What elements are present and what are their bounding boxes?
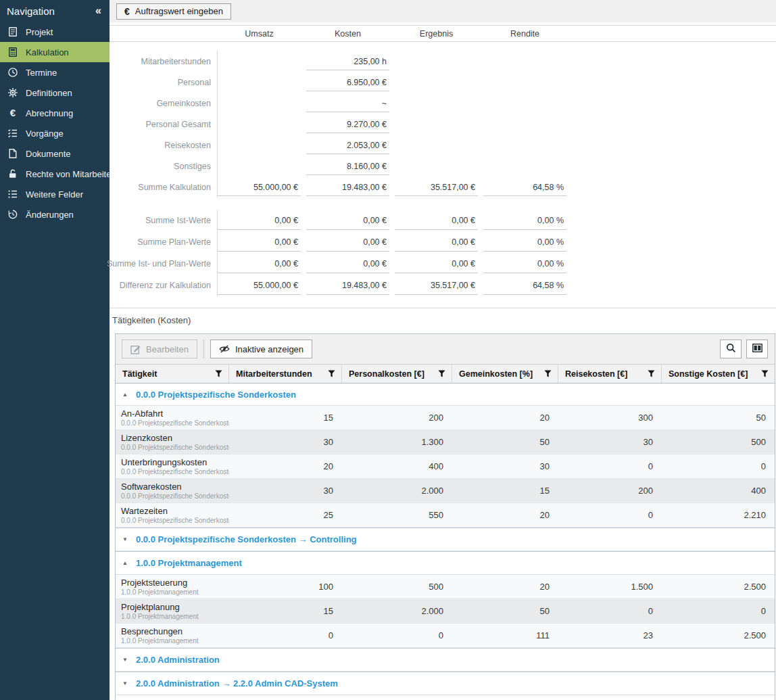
summary-cell-ergebnis: 0,00 € (395, 253, 478, 275)
activity-name-cell: An-Abfahrt0.0.0 Projektspezifische Sonde… (116, 406, 229, 429)
sidebar-item-label: Definitionen (26, 88, 72, 98)
task-list-icon (7, 128, 18, 139)
summary-row-label: Differenz zur Kalkulation (110, 275, 218, 296)
summary-column-header-kosten: Kosten (306, 29, 395, 39)
cell-sonstige-kosten: 400 (662, 479, 775, 503)
cell-gemeinkosten: 20 (452, 575, 558, 599)
column-header-label: Sonstige Kosten [€] (669, 369, 748, 379)
cell-personalkosten: 2.000 (342, 599, 452, 623)
cell-personalkosten: 500 (342, 575, 452, 599)
sidebar-item-termine[interactable]: Termine (0, 62, 110, 83)
summary-row-label: Summe Plan-Werte (110, 231, 218, 253)
summary-cell-rendite (483, 156, 566, 177)
summary-cell-rendite: 0,00 % (483, 231, 566, 253)
cell-mitarbeiterstunden: 100 (229, 575, 342, 599)
activities-table-header: TätigkeitMitarbeiterstundenPersonalkoste… (116, 365, 775, 383)
table-row[interactable]: Projektsteuerung1.0.0 Projektmanagement1… (116, 575, 775, 599)
table-row[interactable]: Softwarekosten0.0.0 Projektspezifische S… (116, 479, 775, 503)
sidebar-item-projekt[interactable]: Projekt (0, 22, 110, 42)
sidebar-item-anderungen[interactable]: Änderungen (0, 204, 110, 225)
cell-personalkosten: 2.000 (342, 479, 452, 503)
summary-cell-rendite (483, 135, 566, 156)
summary-row-filler (572, 72, 776, 93)
cell-gemeinkosten: 20 (452, 406, 558, 429)
summary-row: Summe Ist- und Plan-Werte0,00 €0,00 €0,0… (110, 253, 776, 275)
column-chooser-button[interactable] (746, 340, 768, 358)
clock-icon (7, 67, 18, 78)
summary-row-label: Summe Ist-Werte (110, 210, 218, 231)
cell-mitarbeiterstunden: 20 (229, 454, 342, 478)
group-label: 2.0.0 Administration → 2.2.0 Admin CAD-S… (136, 678, 338, 689)
activity-path: 1.0.0 Projektmanagement (121, 613, 225, 621)
activity-path: 0.0.0 Projektspezifische Sonderkosten (121, 419, 225, 427)
activities-toolbar: Bearbeiten Inaktive anzeigen (116, 334, 775, 365)
filter-icon[interactable] (761, 370, 769, 377)
cell-personalkosten: 550 (342, 503, 452, 527)
sidebar-item-weitere-felder[interactable]: Weitere Felder (0, 184, 110, 204)
summary-cell-umsatz (218, 135, 301, 156)
summary-cell-kosten: ~ (306, 93, 389, 114)
table-row[interactable]: Projektplanung1.0.0 Projektmanagement152… (116, 599, 775, 624)
filter-icon[interactable] (328, 370, 335, 377)
sidebar-item-abrechnung[interactable]: €Abrechnung (0, 103, 110, 123)
summary-row: Differenz zur Kalkulation55.000,00 €19.4… (110, 275, 776, 296)
summary-cell-ergebnis (395, 72, 478, 93)
table-row[interactable]: Lizenzkosten0.0.0 Projektspezifische Son… (116, 430, 775, 454)
summary-cell-rendite (483, 51, 566, 72)
cell-personalkosten: 0 (342, 624, 452, 647)
sidebar-item-definitionen[interactable]: Definitionen (0, 83, 110, 103)
table-row[interactable]: Unterbringungskosten0.0.0 Projektspezifi… (116, 454, 775, 479)
expand-group-icon: ▼ (122, 536, 128, 542)
search-icon (726, 343, 736, 355)
summary-row: Sonstiges8.160,00 € (110, 156, 776, 177)
sidebar-title: Navigation (7, 5, 55, 17)
summary-cell-umsatz (218, 51, 301, 72)
summary-column-header-rendite: Rendite (483, 29, 572, 39)
activity-title: Lizenzkosten (121, 433, 225, 444)
summary-cell-kosten: 8.160,00 € (306, 156, 389, 177)
sidebar-item-kalkulation[interactable]: Kalkulation (0, 42, 110, 62)
summary-cell-rendite (483, 93, 566, 114)
toolbar-separator (203, 340, 204, 358)
edit-icon (130, 344, 141, 354)
sidebar-item-vorgange[interactable]: Vorgänge (0, 123, 110, 143)
filter-icon[interactable] (544, 370, 552, 377)
activities-section-title: Tätigkeiten (Kosten) (110, 308, 776, 333)
search-button[interactable] (720, 340, 742, 358)
summary-cell-kosten: 6.950,00 € (306, 72, 389, 93)
cell-gemeinkosten: 20 (452, 503, 558, 527)
sidebar-item-dokumente[interactable]: Dokumente (0, 143, 110, 164)
activity-title: Projektplanung (121, 602, 225, 613)
group-row[interactable]: ▲1.0.0 Projektmanagement (116, 551, 775, 575)
table-row[interactable]: Wartezeiten0.0.0 Projektspezifische Sond… (116, 503, 775, 528)
show-inactive-button[interactable]: Inaktive anzeigen (210, 340, 312, 358)
collapse-sidebar-icon[interactable]: « (95, 5, 101, 17)
table-row[interactable]: An-Abfahrt0.0.0 Projektspezifische Sonde… (116, 406, 775, 430)
document-icon (7, 26, 18, 37)
cell-reisekosten: 200 (558, 479, 662, 503)
edit-button[interactable]: Bearbeiten (122, 340, 197, 358)
summary-cell-rendite: 64,58 % (483, 177, 566, 197)
summary-row-label: Mitarbeiterstunden (110, 51, 218, 72)
column-header-label: Personalkosten [€] (349, 369, 425, 379)
sidebar-header: Navigation « (0, 0, 110, 22)
sidebar-item-rechte-von-mitarbeiterr[interactable]: Rechte von Mitarbeiterr (0, 164, 110, 184)
column-header-label: Tätigkeit (122, 369, 157, 379)
filter-icon[interactable] (438, 370, 445, 377)
summary-cell-umsatz: 55.000,00 € (218, 275, 301, 296)
group-row[interactable]: ▼2.0.0 Administration (116, 648, 775, 672)
order-value-button[interactable]: € Auftragswert eingeben (116, 3, 231, 20)
table-row[interactable]: Besprechungen1.0.0 Projektmanagement0011… (116, 624, 775, 648)
filter-icon[interactable] (215, 370, 222, 377)
activity-path: 0.0.0 Projektspezifische Sonderkosten (121, 444, 225, 452)
cell-personalkosten: 200 (342, 406, 452, 429)
group-row[interactable]: ▼2.0.0 Administration → 2.2.0 Admin CAD-… (116, 672, 775, 695)
summary-row-label: Personal (110, 72, 218, 93)
expand-group-icon: ▼ (122, 680, 128, 686)
group-row[interactable]: ▼0.0.0 Projektspezifische Sonderkosten →… (116, 528, 775, 551)
filter-icon[interactable] (648, 370, 655, 377)
summary-totals-block: Summe Ist-Werte0,00 €0,00 €0,00 €0,00 %S… (110, 210, 776, 296)
cell-sonstige-kosten: 0 (662, 599, 775, 623)
list-icon (7, 189, 18, 200)
group-row[interactable]: ▲0.0.0 Projektspezifische Sonderkosten (116, 383, 775, 406)
